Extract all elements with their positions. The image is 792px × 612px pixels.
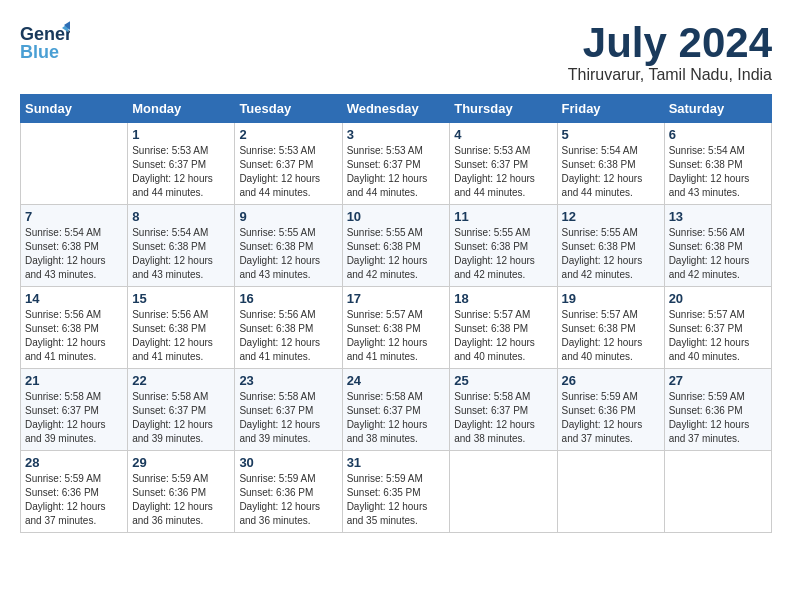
calendar-cell: 21Sunrise: 5:58 AM Sunset: 6:37 PM Dayli…: [21, 369, 128, 451]
logo-icon: General Blue: [20, 20, 70, 65]
weekday-header-saturday: Saturday: [664, 95, 771, 123]
day-number: 23: [239, 373, 337, 388]
calendar-cell: 18Sunrise: 5:57 AM Sunset: 6:38 PM Dayli…: [450, 287, 557, 369]
day-number: 8: [132, 209, 230, 224]
day-info: Sunrise: 5:59 AM Sunset: 6:36 PM Dayligh…: [562, 390, 660, 446]
location: Thiruvarur, Tamil Nadu, India: [568, 66, 772, 84]
calendar-cell: 9Sunrise: 5:55 AM Sunset: 6:38 PM Daylig…: [235, 205, 342, 287]
day-number: 20: [669, 291, 767, 306]
day-info: Sunrise: 5:56 AM Sunset: 6:38 PM Dayligh…: [239, 308, 337, 364]
calendar-cell: [664, 451, 771, 533]
day-number: 3: [347, 127, 446, 142]
calendar-cell: 12Sunrise: 5:55 AM Sunset: 6:38 PM Dayli…: [557, 205, 664, 287]
calendar-week-1: 1Sunrise: 5:53 AM Sunset: 6:37 PM Daylig…: [21, 123, 772, 205]
day-number: 28: [25, 455, 123, 470]
day-number: 27: [669, 373, 767, 388]
calendar-table: SundayMondayTuesdayWednesdayThursdayFrid…: [20, 94, 772, 533]
calendar-cell: 7Sunrise: 5:54 AM Sunset: 6:38 PM Daylig…: [21, 205, 128, 287]
calendar-cell: 3Sunrise: 5:53 AM Sunset: 6:37 PM Daylig…: [342, 123, 450, 205]
calendar-cell: 5Sunrise: 5:54 AM Sunset: 6:38 PM Daylig…: [557, 123, 664, 205]
calendar-cell: 22Sunrise: 5:58 AM Sunset: 6:37 PM Dayli…: [128, 369, 235, 451]
day-number: 11: [454, 209, 552, 224]
calendar-cell: 6Sunrise: 5:54 AM Sunset: 6:38 PM Daylig…: [664, 123, 771, 205]
calendar-cell: [21, 123, 128, 205]
day-info: Sunrise: 5:59 AM Sunset: 6:36 PM Dayligh…: [239, 472, 337, 528]
day-info: Sunrise: 5:59 AM Sunset: 6:36 PM Dayligh…: [25, 472, 123, 528]
calendar-cell: 26Sunrise: 5:59 AM Sunset: 6:36 PM Dayli…: [557, 369, 664, 451]
day-number: 26: [562, 373, 660, 388]
calendar-cell: 13Sunrise: 5:56 AM Sunset: 6:38 PM Dayli…: [664, 205, 771, 287]
calendar-cell: 4Sunrise: 5:53 AM Sunset: 6:37 PM Daylig…: [450, 123, 557, 205]
day-info: Sunrise: 5:53 AM Sunset: 6:37 PM Dayligh…: [132, 144, 230, 200]
calendar-week-4: 21Sunrise: 5:58 AM Sunset: 6:37 PM Dayli…: [21, 369, 772, 451]
day-info: Sunrise: 5:54 AM Sunset: 6:38 PM Dayligh…: [25, 226, 123, 282]
day-number: 7: [25, 209, 123, 224]
calendar-cell: 19Sunrise: 5:57 AM Sunset: 6:38 PM Dayli…: [557, 287, 664, 369]
day-info: Sunrise: 5:53 AM Sunset: 6:37 PM Dayligh…: [347, 144, 446, 200]
day-number: 30: [239, 455, 337, 470]
day-info: Sunrise: 5:58 AM Sunset: 6:37 PM Dayligh…: [25, 390, 123, 446]
day-info: Sunrise: 5:56 AM Sunset: 6:38 PM Dayligh…: [669, 226, 767, 282]
day-number: 18: [454, 291, 552, 306]
calendar-header-row: SundayMondayTuesdayWednesdayThursdayFrid…: [21, 95, 772, 123]
day-info: Sunrise: 5:57 AM Sunset: 6:38 PM Dayligh…: [562, 308, 660, 364]
day-number: 14: [25, 291, 123, 306]
calendar-cell: 17Sunrise: 5:57 AM Sunset: 6:38 PM Dayli…: [342, 287, 450, 369]
calendar-week-3: 14Sunrise: 5:56 AM Sunset: 6:38 PM Dayli…: [21, 287, 772, 369]
day-info: Sunrise: 5:57 AM Sunset: 6:38 PM Dayligh…: [454, 308, 552, 364]
day-info: Sunrise: 5:54 AM Sunset: 6:38 PM Dayligh…: [132, 226, 230, 282]
calendar-cell: 8Sunrise: 5:54 AM Sunset: 6:38 PM Daylig…: [128, 205, 235, 287]
calendar-week-5: 28Sunrise: 5:59 AM Sunset: 6:36 PM Dayli…: [21, 451, 772, 533]
title-section: July 2024 Thiruvarur, Tamil Nadu, India: [568, 20, 772, 84]
month-title: July 2024: [568, 20, 772, 66]
calendar-cell: 28Sunrise: 5:59 AM Sunset: 6:36 PM Dayli…: [21, 451, 128, 533]
calendar-cell: [557, 451, 664, 533]
day-info: Sunrise: 5:54 AM Sunset: 6:38 PM Dayligh…: [669, 144, 767, 200]
calendar-cell: 16Sunrise: 5:56 AM Sunset: 6:38 PM Dayli…: [235, 287, 342, 369]
day-number: 13: [669, 209, 767, 224]
day-number: 5: [562, 127, 660, 142]
page-header: General Blue July 2024 Thiruvarur, Tamil…: [20, 20, 772, 84]
weekday-header-tuesday: Tuesday: [235, 95, 342, 123]
day-number: 17: [347, 291, 446, 306]
day-number: 21: [25, 373, 123, 388]
day-number: 1: [132, 127, 230, 142]
day-number: 24: [347, 373, 446, 388]
day-info: Sunrise: 5:55 AM Sunset: 6:38 PM Dayligh…: [239, 226, 337, 282]
day-number: 4: [454, 127, 552, 142]
calendar-cell: 1Sunrise: 5:53 AM Sunset: 6:37 PM Daylig…: [128, 123, 235, 205]
calendar-cell: 24Sunrise: 5:58 AM Sunset: 6:37 PM Dayli…: [342, 369, 450, 451]
day-number: 10: [347, 209, 446, 224]
day-info: Sunrise: 5:55 AM Sunset: 6:38 PM Dayligh…: [454, 226, 552, 282]
day-info: Sunrise: 5:54 AM Sunset: 6:38 PM Dayligh…: [562, 144, 660, 200]
day-info: Sunrise: 5:59 AM Sunset: 6:35 PM Dayligh…: [347, 472, 446, 528]
day-info: Sunrise: 5:59 AM Sunset: 6:36 PM Dayligh…: [669, 390, 767, 446]
day-info: Sunrise: 5:57 AM Sunset: 6:38 PM Dayligh…: [347, 308, 446, 364]
day-info: Sunrise: 5:58 AM Sunset: 6:37 PM Dayligh…: [239, 390, 337, 446]
calendar-cell: 31Sunrise: 5:59 AM Sunset: 6:35 PM Dayli…: [342, 451, 450, 533]
day-info: Sunrise: 5:56 AM Sunset: 6:38 PM Dayligh…: [132, 308, 230, 364]
day-number: 22: [132, 373, 230, 388]
calendar-cell: 2Sunrise: 5:53 AM Sunset: 6:37 PM Daylig…: [235, 123, 342, 205]
calendar-cell: 14Sunrise: 5:56 AM Sunset: 6:38 PM Dayli…: [21, 287, 128, 369]
calendar-cell: 30Sunrise: 5:59 AM Sunset: 6:36 PM Dayli…: [235, 451, 342, 533]
svg-text:Blue: Blue: [20, 42, 59, 62]
day-number: 16: [239, 291, 337, 306]
day-number: 31: [347, 455, 446, 470]
day-info: Sunrise: 5:56 AM Sunset: 6:38 PM Dayligh…: [25, 308, 123, 364]
day-info: Sunrise: 5:58 AM Sunset: 6:37 PM Dayligh…: [454, 390, 552, 446]
day-number: 25: [454, 373, 552, 388]
calendar-cell: 11Sunrise: 5:55 AM Sunset: 6:38 PM Dayli…: [450, 205, 557, 287]
calendar-cell: 10Sunrise: 5:55 AM Sunset: 6:38 PM Dayli…: [342, 205, 450, 287]
day-number: 2: [239, 127, 337, 142]
day-number: 15: [132, 291, 230, 306]
day-number: 19: [562, 291, 660, 306]
day-info: Sunrise: 5:55 AM Sunset: 6:38 PM Dayligh…: [347, 226, 446, 282]
calendar-cell: 25Sunrise: 5:58 AM Sunset: 6:37 PM Dayli…: [450, 369, 557, 451]
day-number: 29: [132, 455, 230, 470]
day-number: 9: [239, 209, 337, 224]
weekday-header-sunday: Sunday: [21, 95, 128, 123]
day-info: Sunrise: 5:53 AM Sunset: 6:37 PM Dayligh…: [239, 144, 337, 200]
calendar-cell: 23Sunrise: 5:58 AM Sunset: 6:37 PM Dayli…: [235, 369, 342, 451]
day-info: Sunrise: 5:53 AM Sunset: 6:37 PM Dayligh…: [454, 144, 552, 200]
